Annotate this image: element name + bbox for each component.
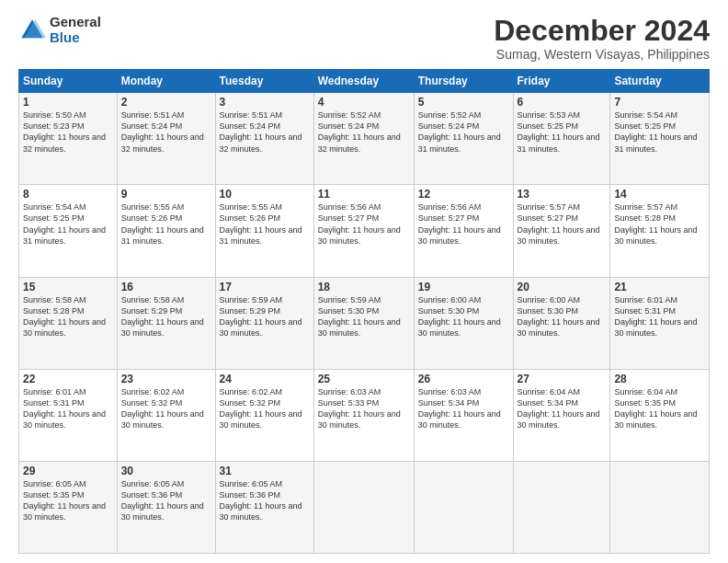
table-row [414, 461, 513, 553]
header: General Blue December 2024 Sumag, Wester… [18, 15, 710, 62]
day-info: Sunrise: 6:05 AMSunset: 5:35 PMDaylight:… [23, 478, 113, 523]
table-row: 13Sunrise: 5:57 AMSunset: 5:27 PMDayligh… [513, 185, 610, 277]
day-number: 10 [220, 188, 310, 201]
table-row: 22Sunrise: 6:01 AMSunset: 5:31 PMDayligh… [19, 369, 118, 461]
calendar-table: Sunday Monday Tuesday Wednesday Thursday… [18, 69, 710, 554]
page: General Blue December 2024 Sumag, Wester… [0, 0, 728, 563]
day-info: Sunrise: 6:00 AMSunset: 5:30 PMDaylight:… [418, 294, 509, 339]
day-number: 9 [121, 188, 211, 201]
table-row: 10Sunrise: 5:55 AMSunset: 5:26 PMDayligh… [215, 185, 313, 277]
table-row: 12Sunrise: 5:56 AMSunset: 5:27 PMDayligh… [414, 185, 513, 277]
day-info: Sunrise: 6:05 AMSunset: 5:36 PMDaylight:… [121, 478, 211, 523]
col-saturday: Saturday [610, 70, 710, 93]
calendar-week-row: 15Sunrise: 5:58 AMSunset: 5:28 PMDayligh… [19, 277, 710, 369]
col-thursday: Thursday [414, 70, 513, 93]
day-number: 18 [318, 281, 410, 293]
col-tuesday: Tuesday [215, 70, 313, 93]
table-row: 21Sunrise: 6:01 AMSunset: 5:31 PMDayligh… [610, 277, 710, 369]
day-info: Sunrise: 5:53 AMSunset: 5:25 PMDaylight:… [518, 109, 607, 155]
location-subtitle: Sumag, Western Visayas, Philippines [494, 47, 710, 62]
day-number: 4 [318, 96, 410, 109]
day-info: Sunrise: 5:57 AMSunset: 5:27 PMDaylight:… [518, 201, 607, 247]
calendar-week-row: 8Sunrise: 5:54 AMSunset: 5:25 PMDaylight… [19, 185, 710, 277]
table-row: 30Sunrise: 6:05 AMSunset: 5:36 PMDayligh… [117, 461, 215, 553]
day-number: 26 [418, 373, 509, 385]
table-row: 5Sunrise: 5:52 AMSunset: 5:24 PMDaylight… [414, 93, 513, 185]
day-info: Sunrise: 5:56 AMSunset: 5:27 PMDaylight:… [318, 201, 410, 247]
day-number: 29 [23, 465, 113, 477]
col-sunday: Sunday [19, 70, 118, 93]
day-info: Sunrise: 6:01 AMSunset: 5:31 PMDaylight:… [23, 386, 113, 431]
table-row: 20Sunrise: 6:00 AMSunset: 5:30 PMDayligh… [513, 277, 610, 369]
day-number: 25 [318, 373, 410, 385]
table-row: 9Sunrise: 5:55 AMSunset: 5:26 PMDaylight… [117, 185, 215, 277]
day-number: 21 [614, 281, 705, 293]
day-info: Sunrise: 6:02 AMSunset: 5:32 PMDaylight:… [121, 386, 211, 431]
day-info: Sunrise: 5:58 AMSunset: 5:29 PMDaylight:… [121, 294, 211, 339]
day-number: 23 [121, 373, 211, 385]
table-row [513, 461, 610, 553]
day-info: Sunrise: 6:01 AMSunset: 5:31 PMDaylight:… [614, 294, 705, 339]
table-row: 3Sunrise: 5:51 AMSunset: 5:24 PMDaylight… [215, 93, 313, 185]
table-row: 19Sunrise: 6:00 AMSunset: 5:30 PMDayligh… [414, 277, 513, 369]
day-number: 31 [220, 465, 310, 477]
day-number: 6 [518, 96, 607, 109]
day-number: 8 [23, 188, 113, 201]
day-number: 13 [518, 188, 607, 201]
day-number: 7 [614, 96, 705, 109]
table-row: 17Sunrise: 5:59 AMSunset: 5:29 PMDayligh… [215, 277, 313, 369]
table-row: 26Sunrise: 6:03 AMSunset: 5:34 PMDayligh… [414, 369, 513, 461]
day-info: Sunrise: 5:56 AMSunset: 5:27 PMDaylight:… [418, 201, 509, 247]
day-number: 16 [121, 281, 211, 293]
day-info: Sunrise: 6:03 AMSunset: 5:34 PMDaylight:… [418, 386, 509, 431]
table-row: 31Sunrise: 6:05 AMSunset: 5:36 PMDayligh… [215, 461, 313, 553]
day-info: Sunrise: 5:58 AMSunset: 5:28 PMDaylight:… [23, 294, 113, 339]
day-number: 15 [23, 281, 113, 293]
table-row [313, 461, 414, 553]
day-number: 22 [23, 373, 113, 385]
calendar-week-row: 1Sunrise: 5:50 AMSunset: 5:23 PMDaylight… [19, 93, 710, 185]
day-number: 12 [418, 188, 509, 201]
table-row: 15Sunrise: 5:58 AMSunset: 5:28 PMDayligh… [19, 277, 118, 369]
col-friday: Friday [513, 70, 610, 93]
day-info: Sunrise: 5:54 AMSunset: 5:25 PMDaylight:… [614, 109, 705, 155]
logo-icon [18, 17, 46, 44]
day-number: 24 [220, 373, 310, 385]
day-number: 5 [418, 96, 509, 109]
table-row: 6Sunrise: 5:53 AMSunset: 5:25 PMDaylight… [513, 93, 610, 185]
day-info: Sunrise: 6:04 AMSunset: 5:35 PMDaylight:… [614, 386, 705, 431]
day-number: 27 [518, 373, 607, 385]
col-monday: Monday [117, 70, 215, 93]
logo: General Blue [18, 15, 101, 45]
table-row: 14Sunrise: 5:57 AMSunset: 5:28 PMDayligh… [610, 185, 710, 277]
logo-blue: Blue [50, 30, 101, 46]
month-title: December 2024 [494, 15, 710, 47]
table-row: 28Sunrise: 6:04 AMSunset: 5:35 PMDayligh… [610, 369, 710, 461]
table-row: 24Sunrise: 6:02 AMSunset: 5:32 PMDayligh… [215, 369, 313, 461]
day-number: 14 [614, 188, 705, 201]
table-row: 8Sunrise: 5:54 AMSunset: 5:25 PMDaylight… [19, 185, 118, 277]
day-info: Sunrise: 5:50 AMSunset: 5:23 PMDaylight:… [23, 109, 113, 155]
day-number: 2 [121, 96, 211, 109]
day-number: 30 [121, 465, 211, 477]
calendar-header-row: Sunday Monday Tuesday Wednesday Thursday… [19, 70, 710, 93]
table-row: 29Sunrise: 6:05 AMSunset: 5:35 PMDayligh… [19, 461, 118, 553]
day-info: Sunrise: 5:54 AMSunset: 5:25 PMDaylight:… [23, 201, 113, 247]
day-info: Sunrise: 5:52 AMSunset: 5:24 PMDaylight:… [418, 109, 509, 155]
col-wednesday: Wednesday [313, 70, 414, 93]
logo-general: General [50, 15, 101, 30]
day-number: 1 [23, 96, 113, 109]
day-info: Sunrise: 5:55 AMSunset: 5:26 PMDaylight:… [220, 201, 310, 247]
table-row: 2Sunrise: 5:51 AMSunset: 5:24 PMDaylight… [117, 93, 215, 185]
day-info: Sunrise: 6:04 AMSunset: 5:34 PMDaylight:… [518, 386, 607, 431]
table-row: 1Sunrise: 5:50 AMSunset: 5:23 PMDaylight… [19, 93, 118, 185]
table-row: 27Sunrise: 6:04 AMSunset: 5:34 PMDayligh… [513, 369, 610, 461]
day-info: Sunrise: 5:59 AMSunset: 5:29 PMDaylight:… [220, 294, 310, 339]
day-info: Sunrise: 6:03 AMSunset: 5:33 PMDaylight:… [318, 386, 410, 431]
day-info: Sunrise: 6:05 AMSunset: 5:36 PMDaylight:… [220, 478, 310, 523]
day-info: Sunrise: 5:59 AMSunset: 5:30 PMDaylight:… [318, 294, 410, 339]
title-block: December 2024 Sumag, Western Visayas, Ph… [494, 15, 710, 62]
day-info: Sunrise: 5:55 AMSunset: 5:26 PMDaylight:… [121, 201, 211, 247]
day-info: Sunrise: 5:51 AMSunset: 5:24 PMDaylight:… [220, 109, 310, 155]
day-info: Sunrise: 5:51 AMSunset: 5:24 PMDaylight:… [121, 109, 211, 155]
